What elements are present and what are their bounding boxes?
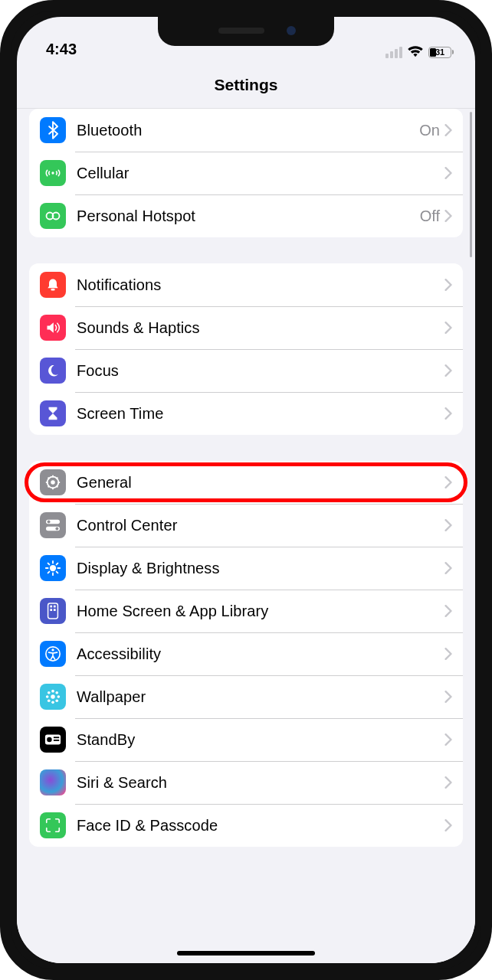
- settings-row-notifications[interactable]: Notifications: [29, 263, 463, 306]
- svg-line-24: [57, 572, 58, 573]
- svg-point-42: [55, 699, 58, 702]
- battery-icon: 31: [428, 47, 454, 58]
- settings-row-controlcenter[interactable]: Control Center: [29, 504, 463, 547]
- chevron-right-icon: [444, 210, 452, 222]
- home-indicator[interactable]: [177, 951, 315, 956]
- settings-row-faceid[interactable]: Face ID & Passcode: [29, 804, 463, 847]
- screen: 4:43 31 Settings: [17, 17, 475, 963]
- brightness-icon: [40, 555, 66, 581]
- row-label: Siri & Search: [77, 774, 444, 792]
- settings-row-accessibility[interactable]: Accessibility: [29, 632, 463, 675]
- bell-icon: [40, 272, 66, 298]
- svg-rect-31: [54, 609, 56, 611]
- row-label: Sounds & Haptics: [77, 319, 444, 337]
- svg-rect-3: [51, 289, 55, 291]
- gear-icon: [40, 469, 66, 495]
- svg-point-15: [48, 521, 51, 524]
- svg-line-11: [57, 486, 58, 488]
- chevron-right-icon: [444, 279, 452, 291]
- svg-line-13: [57, 478, 58, 479]
- svg-point-37: [46, 695, 49, 698]
- chevron-right-icon: [444, 476, 452, 488]
- chevron-right-icon: [444, 364, 452, 377]
- hourglass-icon: [40, 400, 66, 426]
- svg-line-10: [48, 478, 50, 479]
- settings-row-siri[interactable]: Siri & Search: [29, 761, 463, 804]
- settings-row-wallpaper[interactable]: Wallpaper: [29, 675, 463, 718]
- svg-point-17: [55, 528, 58, 531]
- page-title: Settings: [215, 76, 278, 94]
- settings-row-homescreen[interactable]: Home Screen & App Library: [29, 590, 463, 632]
- settings-row-sounds[interactable]: Sounds & Haptics: [29, 306, 463, 349]
- settings-row-hotspot[interactable]: Personal Hotspot Off: [29, 194, 463, 237]
- chevron-right-icon: [444, 124, 452, 136]
- row-label: Face ID & Passcode: [77, 817, 444, 835]
- svg-rect-29: [54, 606, 56, 608]
- chevron-right-icon: [444, 562, 452, 574]
- settings-list[interactable]: Bluetooth On Cellular Personal Hotspot: [17, 109, 475, 963]
- phone-frame: 4:43 31 Settings: [0, 0, 492, 980]
- chevron-right-icon: [444, 605, 452, 617]
- svg-line-25: [48, 572, 50, 573]
- row-label: General: [77, 474, 444, 492]
- settings-group-system: General Control Center Display & Brightn…: [29, 461, 463, 847]
- svg-rect-45: [54, 737, 59, 738]
- siri-icon: [40, 769, 66, 795]
- row-value: On: [419, 122, 440, 139]
- svg-point-40: [55, 691, 58, 694]
- settings-row-bluetooth[interactable]: Bluetooth On: [29, 109, 463, 152]
- standby-icon: [40, 727, 66, 753]
- status-time: 4:43: [46, 41, 77, 57]
- chevron-right-icon: [444, 733, 452, 746]
- settings-row-display[interactable]: Display & Brightness: [29, 547, 463, 590]
- cellular-signal-icon: [385, 47, 402, 58]
- chevron-right-icon: [444, 407, 452, 420]
- chevron-right-icon: [444, 691, 452, 703]
- svg-rect-27: [48, 603, 58, 619]
- settings-row-general[interactable]: General: [29, 461, 463, 504]
- moon-icon: [40, 358, 66, 384]
- svg-point-44: [47, 737, 51, 742]
- row-label: Home Screen & App Library: [77, 603, 444, 620]
- svg-point-39: [48, 691, 51, 694]
- cellular-icon: [40, 160, 66, 186]
- svg-point-38: [57, 695, 61, 698]
- row-label: Control Center: [77, 517, 444, 534]
- svg-point-0: [51, 172, 54, 174]
- settings-group-connectivity: Bluetooth On Cellular Personal Hotspot: [29, 109, 463, 237]
- row-label: Bluetooth: [77, 122, 419, 139]
- nav-header: Settings: [17, 61, 475, 109]
- row-label: Personal Hotspot: [77, 207, 420, 225]
- svg-line-23: [48, 564, 50, 565]
- battery-percent: 31: [429, 47, 451, 57]
- svg-rect-28: [50, 606, 52, 608]
- row-value: Off: [420, 207, 440, 225]
- row-label: Cellular: [77, 165, 444, 182]
- settings-row-cellular[interactable]: Cellular: [29, 152, 463, 194]
- svg-line-12: [48, 486, 50, 488]
- svg-rect-30: [50, 609, 52, 611]
- svg-point-18: [50, 565, 56, 571]
- svg-rect-46: [54, 740, 59, 741]
- svg-point-34: [51, 694, 55, 699]
- settings-row-screentime[interactable]: Screen Time: [29, 392, 463, 435]
- svg-point-5: [51, 480, 55, 485]
- chevron-right-icon: [444, 819, 452, 831]
- svg-point-33: [51, 648, 54, 651]
- chevron-right-icon: [444, 167, 452, 179]
- switches-icon: [40, 512, 66, 538]
- svg-point-47: [47, 776, 60, 789]
- chevron-right-icon: [444, 322, 452, 334]
- svg-point-35: [51, 690, 54, 693]
- svg-point-41: [48, 699, 51, 702]
- settings-row-focus[interactable]: Focus: [29, 349, 463, 392]
- row-label: Screen Time: [77, 405, 444, 423]
- notch: [158, 17, 334, 46]
- settings-row-standby[interactable]: StandBy: [29, 718, 463, 761]
- row-label: Focus: [77, 362, 444, 380]
- faceid-icon: [40, 812, 66, 838]
- hotspot-icon: [40, 203, 66, 229]
- wallpaper-icon: [40, 684, 66, 710]
- settings-group-notifications: Notifications Sounds & Haptics Focus: [29, 263, 463, 435]
- speaker-icon: [40, 315, 66, 341]
